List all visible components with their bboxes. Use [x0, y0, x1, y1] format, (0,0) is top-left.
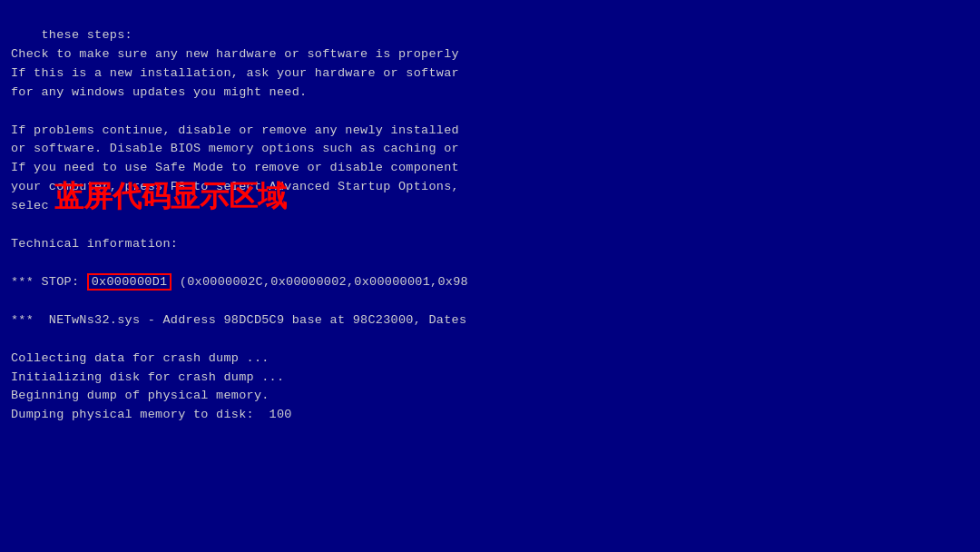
stop-code-rest: (0x0000002C,0x00000002,0x00000001,0x98	[172, 275, 467, 289]
line20: Dumping physical memory to disk: 100	[11, 408, 292, 421]
stop-line: *** STOP: 0x000000D1 (0x0000002C,0x00000…	[11, 273, 468, 291]
line7: or software. Disable BIOS memory options…	[11, 142, 459, 155]
line1: these steps:	[42, 28, 132, 42]
line6: If problems continue, disable or remove …	[11, 123, 459, 137]
line8: If you need to use Safe Mode to remove o…	[11, 161, 459, 174]
stop-prefix: *** STOP:	[11, 275, 87, 289]
chinese-label: 蓝屏代码显示区域	[54, 177, 287, 217]
line2: Check to make sure any new hardware or s…	[11, 47, 459, 61]
line4: for any windows updates you might need.	[11, 85, 307, 99]
bsod-content: these steps: Check to make sure any new …	[11, 7, 969, 444]
line15: *** NETwNs32.sys - Address 98DCD5C9 base…	[11, 313, 466, 327]
line17: Collecting data for crash dump ...	[11, 351, 270, 365]
line18: Initializing disk for crash dump ...	[11, 370, 284, 384]
bsod-screen: these steps: Check to make sure any new …	[0, 0, 980, 552]
stop-code-boxed: 0x000000D1	[87, 273, 172, 291]
line3: If this is a new installation, ask your …	[11, 66, 459, 80]
line10: selec	[11, 199, 49, 212]
line19: Beginning dump of physical memory.	[11, 389, 270, 402]
technical-info-label: Technical information:	[11, 237, 178, 251]
